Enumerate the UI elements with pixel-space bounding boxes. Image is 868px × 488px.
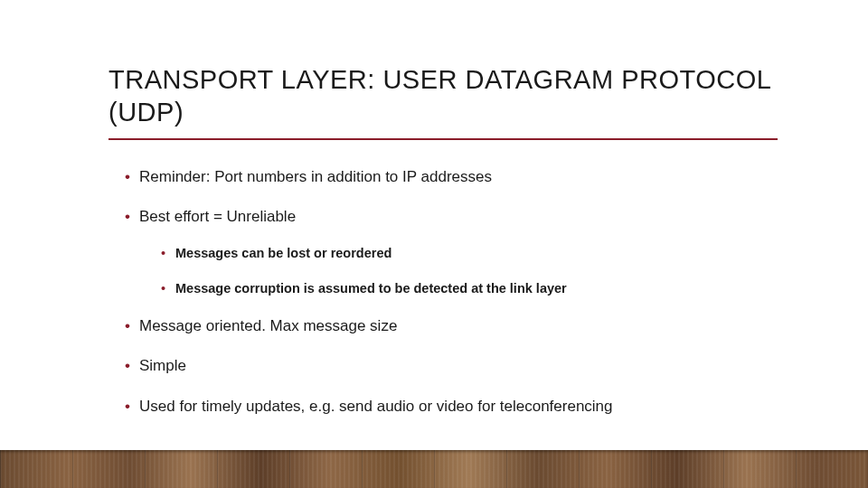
bullet-text: Reminder: Port numbers in addition to IP… [139, 168, 492, 185]
bullet-text: Best effort = Unreliable [139, 208, 296, 225]
sub-bullet-list: Messages can be lost or reordered Messag… [139, 245, 778, 297]
wood-floor-decoration [0, 450, 868, 488]
list-item: Best effort = Unreliable Messages can be… [125, 207, 778, 297]
bullet-text: Simple [139, 357, 186, 374]
list-item: Used for timely updates, e.g. send audio… [125, 397, 778, 417]
slide-content: TRANSPORT LAYER: USER DATAGRAM PROTOCOL … [0, 0, 868, 417]
bullet-text: Used for timely updates, e.g. send audio… [139, 398, 613, 415]
list-item: Message corruption is assumed to be dete… [161, 280, 778, 297]
list-item: Messages can be lost or reordered [161, 245, 778, 262]
bullet-text: Message corruption is assumed to be dete… [175, 281, 567, 296]
list-item: Message oriented. Max message size [125, 316, 778, 336]
bullet-text: Message oriented. Max message size [139, 317, 397, 334]
bullet-list: Reminder: Port numbers in addition to IP… [108, 167, 778, 417]
list-item: Simple [125, 356, 778, 376]
slide-title: TRANSPORT LAYER: USER DATAGRAM PROTOCOL … [108, 63, 778, 140]
list-item: Reminder: Port numbers in addition to IP… [125, 167, 778, 187]
bullet-text: Messages can be lost or reordered [175, 246, 392, 260]
